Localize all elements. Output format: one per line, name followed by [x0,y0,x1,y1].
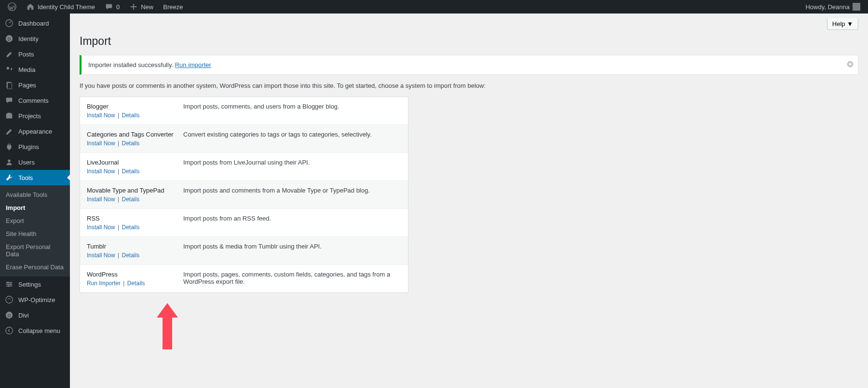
svg-rect-6 [7,83,12,89]
importer-action-details[interactable]: Details [127,280,145,287]
separator: | [115,140,122,147]
submenu-item-erase-personal-data[interactable]: Erase Personal Data [0,261,70,274]
importer-action-install-now[interactable]: Install Now [87,112,115,119]
importer-name: Movable Type and TypePad [87,187,183,194]
appearance-icon [5,127,14,136]
importer-action-details[interactable]: Details [122,224,139,231]
menu-label: Settings [18,281,41,288]
menu-item-posts[interactable]: Posts [0,46,70,62]
admin-sidebar: DashboardDIdentityPostsMediaPagesComment… [0,14,70,388]
site-name: Identity Child Theme [38,3,95,11]
menu-item-dashboard[interactable]: Dashboard [0,15,70,31]
wp-logo[interactable] [4,0,20,14]
menu-item-collapse-menu[interactable]: Collapse menu [0,323,70,338]
main-content: Help ▼ Import Importer installed success… [70,14,868,388]
svg-rect-7 [6,114,13,119]
menu-label: Divi [18,312,29,319]
importer-action-details[interactable]: Details [122,112,139,119]
submenu-item-export-personal-data[interactable]: Export Personal Data [0,240,70,261]
help-button[interactable]: Help ▼ [827,18,858,30]
importer-row: Categories and Tags ConverterInstall Now… [80,125,408,152]
menu-item-wp-optimize[interactable]: WP-Optimize [0,292,70,307]
intro-text: If you have posts or comments in another… [80,82,858,89]
importer-action-install-now[interactable]: Install Now [87,224,115,231]
admin-toolbar: Identity Child Theme 0 New Breeze Howdy,… [0,0,868,14]
menu-item-divi[interactable]: DDivi [0,307,70,323]
importer-name: LiveJournal [87,159,183,166]
menu-item-tools[interactable]: Tools [0,170,70,185]
plugins-icon [5,142,14,151]
menu-label: Comments [18,97,49,104]
importer-actions: Install Now | Details [87,112,183,119]
new-content-link[interactable]: New [125,0,157,14]
importer-row: WordPressRun Importer | DetailsImport po… [80,264,408,292]
submenu-item-available-tools[interactable]: Available Tools [0,188,70,201]
settings-icon [5,280,14,289]
importer-name: Categories and Tags Converter [87,131,183,138]
menu-label: Users [18,159,35,166]
svg-point-13 [7,282,9,284]
svg-text:D: D [8,37,11,42]
importer-name: RSS [87,215,183,222]
separator: | [115,168,122,175]
menu-item-plugins[interactable]: Plugins [0,139,70,154]
importer-action-install-now[interactable]: Install Now [87,140,115,147]
users-icon [5,158,14,166]
importer-action-install-now[interactable]: Install Now [87,196,115,203]
menu-label: Plugins [18,143,39,151]
menu-item-users[interactable]: Users [0,154,70,170]
media-icon [5,65,14,74]
posts-icon [5,50,14,58]
importer-actions: Install Now | Details [87,252,183,259]
pages-icon [5,81,14,89]
importer-row: BloggerInstall Now | DetailsImport posts… [80,97,408,125]
importer-action-details[interactable]: Details [122,168,139,175]
new-label: New [141,3,153,11]
submenu-item-export[interactable]: Export [0,214,70,227]
menu-item-appearance[interactable]: Appearance [0,124,70,139]
separator: | [121,280,127,287]
importer-action-install-now[interactable]: Install Now [87,252,115,259]
svg-text:D: D [8,313,11,318]
site-link[interactable]: Identity Child Theme [22,0,99,14]
importer-row: Movable Type and TypePadInstall Now | De… [80,180,408,208]
importer-action-details[interactable]: Details [122,196,139,203]
importer-action-install-now[interactable]: Install Now [87,168,115,175]
breeze-link[interactable]: Breeze [159,0,187,14]
menu-label: Collapse menu [18,327,60,334]
svg-point-4 [7,67,9,69]
importer-action-run-importer[interactable]: Run Importer [87,280,121,287]
menu-item-media[interactable]: Media [0,62,70,77]
menu-item-settings[interactable]: Settings [0,277,70,292]
menu-label: Identity [18,35,39,42]
collapse-icon [5,326,14,335]
menu-item-comments[interactable]: Comments [0,93,70,108]
comments-count: 0 [116,3,120,11]
menu-label: Tools [18,174,33,181]
menu-label: Posts [18,51,34,58]
svg-point-9 [8,160,10,162]
separator: | [115,224,122,231]
annotation-arrow [155,303,180,349]
tools-icon [5,173,14,182]
menu-item-pages[interactable]: Pages [0,77,70,93]
importer-action-details[interactable]: Details [122,140,139,147]
importer-actions: Install Now | Details [87,196,183,203]
menu-item-projects[interactable]: Projects [0,108,70,124]
dismiss-notice-button[interactable] [846,60,854,70]
dashboard-icon [5,19,14,28]
submenu-item-import[interactable]: Import [0,201,70,214]
page-title: Import [80,35,858,48]
menu-label: Appearance [18,128,52,135]
svg-point-16 [6,296,13,303]
comments-link[interactable]: 0 [101,0,123,14]
importer-action-details[interactable]: Details [122,252,139,259]
comment-icon [105,2,113,11]
account-link[interactable]: Howdy, Deanna [801,0,864,14]
importer-description: Import posts from LiveJournal using thei… [183,159,401,175]
importer-name: Blogger [87,103,183,110]
menu-item-identity[interactable]: DIdentity [0,31,70,46]
plus-icon [129,2,138,11]
run-importer-link[interactable]: Run importer [175,61,211,69]
submenu-item-site-health[interactable]: Site Health [0,227,70,240]
